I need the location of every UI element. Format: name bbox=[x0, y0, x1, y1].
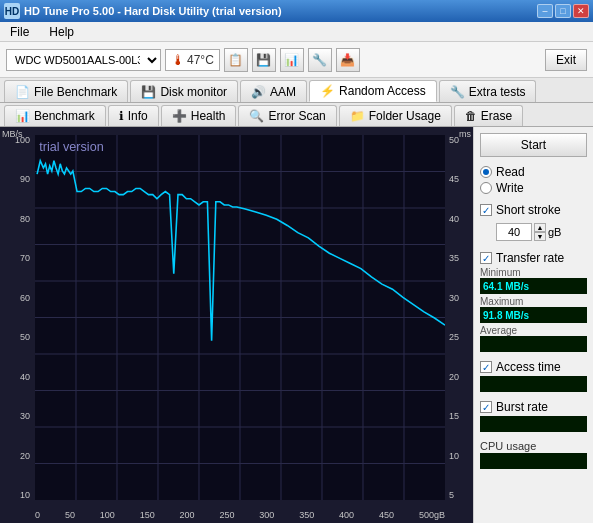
minimize-button[interactable]: – bbox=[537, 4, 553, 18]
write-radio-circle[interactable] bbox=[480, 182, 492, 194]
error-scan-icon: 🔍 bbox=[249, 109, 264, 123]
write-label: Write bbox=[496, 181, 524, 195]
spin-up-button[interactable]: ▲ bbox=[534, 223, 546, 232]
file-benchmark-icon: 📄 bbox=[15, 85, 30, 99]
tab-file-benchmark[interactable]: 📄 File Benchmark bbox=[4, 80, 128, 102]
benchmark-icon: 📊 bbox=[15, 109, 30, 123]
thermometer-icon: 🌡 bbox=[171, 52, 185, 68]
access-time-checkbox[interactable]: ✓ bbox=[480, 361, 492, 373]
short-stroke-checkbox-item[interactable]: ✓ Short stroke bbox=[480, 203, 587, 217]
average-label: Average bbox=[480, 325, 587, 336]
access-time-checkbox-item[interactable]: ✓ Access time bbox=[480, 360, 587, 374]
health-icon: ➕ bbox=[172, 109, 187, 123]
info-icon: ℹ bbox=[119, 109, 124, 123]
minimum-value: 64.1 MB/s bbox=[483, 281, 529, 292]
cpu-usage-section: CPU usage bbox=[480, 440, 587, 471]
toolbar-btn-5[interactable]: 📥 bbox=[336, 48, 360, 72]
titlebar: HD HD Tune Pro 5.00 - Hard Disk Utility … bbox=[0, 0, 593, 22]
tab-info-label: Info bbox=[128, 109, 148, 123]
burst-rate-section: ✓ Burst rate bbox=[480, 400, 587, 434]
read-radio[interactable]: Read bbox=[480, 165, 587, 179]
y-axis-left: 100 90 80 70 60 50 40 30 20 10 bbox=[0, 135, 34, 500]
tab-disk-monitor[interactable]: 💾 Disk monitor bbox=[130, 80, 238, 102]
transfer-rate-label: Transfer rate bbox=[496, 251, 564, 265]
chart-svg: trial version bbox=[35, 135, 445, 500]
drive-selector[interactable]: WDC WD5001AALS-00L3B2 (500 gB) bbox=[6, 49, 161, 71]
toolbar-btn-3[interactable]: 📊 bbox=[280, 48, 304, 72]
burst-rate-label: Burst rate bbox=[496, 400, 548, 414]
main-content: MB/s ms 100 90 80 70 60 50 40 30 20 10 5… bbox=[0, 127, 593, 523]
tab-error-scan[interactable]: 🔍 Error Scan bbox=[238, 105, 336, 126]
menu-file[interactable]: File bbox=[4, 23, 35, 41]
aam-icon: 🔊 bbox=[251, 85, 266, 99]
start-button[interactable]: Start bbox=[480, 133, 587, 157]
write-radio[interactable]: Write bbox=[480, 181, 587, 195]
tab-health-label: Health bbox=[191, 109, 226, 123]
tabs-top: 📄 File Benchmark 💾 Disk monitor 🔊 AAM ⚡ … bbox=[0, 78, 593, 103]
extra-tests-icon: 🔧 bbox=[450, 85, 465, 99]
transfer-rate-checkbox[interactable]: ✓ bbox=[480, 252, 492, 264]
transfer-rate-section: ✓ Transfer rate Minimum 64.1 MB/s Maximu… bbox=[480, 251, 587, 354]
access-time-bar bbox=[480, 376, 587, 392]
toolbar: WDC WD5001AALS-00L3B2 (500 gB) 🌡 47°C 📋 … bbox=[0, 42, 593, 78]
tab-erase-label: Erase bbox=[481, 109, 512, 123]
toolbar-btn-4[interactable]: 🔧 bbox=[308, 48, 332, 72]
tab-aam[interactable]: 🔊 AAM bbox=[240, 80, 307, 102]
tab-aam-label: AAM bbox=[270, 85, 296, 99]
svg-text:trial version: trial version bbox=[39, 141, 104, 155]
tab-benchmark-label: Benchmark bbox=[34, 109, 95, 123]
minimum-bar: 64.1 MB/s bbox=[480, 278, 587, 294]
short-stroke-checkbox[interactable]: ✓ bbox=[480, 204, 492, 216]
read-radio-circle[interactable] bbox=[480, 166, 492, 178]
tabs-bottom: 📊 Benchmark ℹ Info ➕ Health 🔍 Error Scan… bbox=[0, 103, 593, 127]
burst-rate-checkbox-item[interactable]: ✓ Burst rate bbox=[480, 400, 587, 414]
read-label: Read bbox=[496, 165, 525, 179]
minimum-label: Minimum bbox=[480, 267, 587, 278]
short-stroke-input[interactable] bbox=[496, 223, 532, 241]
disk-monitor-icon: 💾 bbox=[141, 85, 156, 99]
burst-rate-checkbox[interactable]: ✓ bbox=[480, 401, 492, 413]
close-button[interactable]: ✕ bbox=[573, 4, 589, 18]
cpu-usage-label: CPU usage bbox=[480, 440, 587, 452]
y-axis-right: 50 45 40 35 30 25 20 15 10 5 bbox=[445, 135, 473, 500]
temperature-value: 47°C bbox=[187, 53, 214, 67]
access-time-label: Access time bbox=[496, 360, 561, 374]
toolbar-btn-1[interactable]: 📋 bbox=[224, 48, 248, 72]
transfer-rate-checkbox-item[interactable]: ✓ Transfer rate bbox=[480, 251, 587, 265]
short-stroke-value-row: ▲ ▼ gB bbox=[496, 223, 587, 241]
tab-folder-usage[interactable]: 📁 Folder Usage bbox=[339, 105, 452, 126]
toolbar-btn-2[interactable]: 💾 bbox=[252, 48, 276, 72]
tab-info[interactable]: ℹ Info bbox=[108, 105, 159, 126]
tab-random-access[interactable]: ⚡ Random Access bbox=[309, 80, 437, 102]
average-bar bbox=[480, 336, 587, 352]
tab-random-access-label: Random Access bbox=[339, 84, 426, 98]
window-title: HD Tune Pro 5.00 - Hard Disk Utility (tr… bbox=[24, 5, 282, 17]
access-time-section: ✓ Access time bbox=[480, 360, 587, 394]
x-axis: 0 50 100 150 200 250 300 350 400 450 500… bbox=[35, 510, 445, 520]
app-icon: HD bbox=[4, 3, 20, 19]
chart-area: MB/s ms 100 90 80 70 60 50 40 30 20 10 5… bbox=[0, 127, 473, 523]
exit-button[interactable]: Exit bbox=[545, 49, 587, 71]
spin-buttons: ▲ ▼ bbox=[534, 223, 546, 241]
short-stroke-label: Short stroke bbox=[496, 203, 561, 217]
tab-health[interactable]: ➕ Health bbox=[161, 105, 237, 126]
tab-benchmark[interactable]: 📊 Benchmark bbox=[4, 105, 106, 126]
maximum-value: 91.8 MB/s bbox=[483, 310, 529, 321]
right-panel: Start Read Write ✓ Short stroke ▲ ▼ gB bbox=[473, 127, 593, 523]
maximum-bar: 91.8 MB/s bbox=[480, 307, 587, 323]
tab-folder-usage-label: Folder Usage bbox=[369, 109, 441, 123]
tab-erase[interactable]: 🗑 Erase bbox=[454, 105, 523, 126]
cpu-usage-bar bbox=[480, 453, 587, 469]
tab-disk-monitor-label: Disk monitor bbox=[160, 85, 227, 99]
tab-extra-tests[interactable]: 🔧 Extra tests bbox=[439, 80, 537, 102]
maximum-label: Maximum bbox=[480, 296, 587, 307]
menu-help[interactable]: Help bbox=[43, 23, 80, 41]
spin-down-button[interactable]: ▼ bbox=[534, 232, 546, 241]
burst-rate-bar bbox=[480, 416, 587, 432]
tab-error-scan-label: Error Scan bbox=[268, 109, 325, 123]
temperature-display: 🌡 47°C bbox=[165, 49, 220, 71]
tab-file-benchmark-label: File Benchmark bbox=[34, 85, 117, 99]
random-access-icon: ⚡ bbox=[320, 84, 335, 98]
gb-unit-label: gB bbox=[548, 226, 561, 238]
maximize-button[interactable]: □ bbox=[555, 4, 571, 18]
